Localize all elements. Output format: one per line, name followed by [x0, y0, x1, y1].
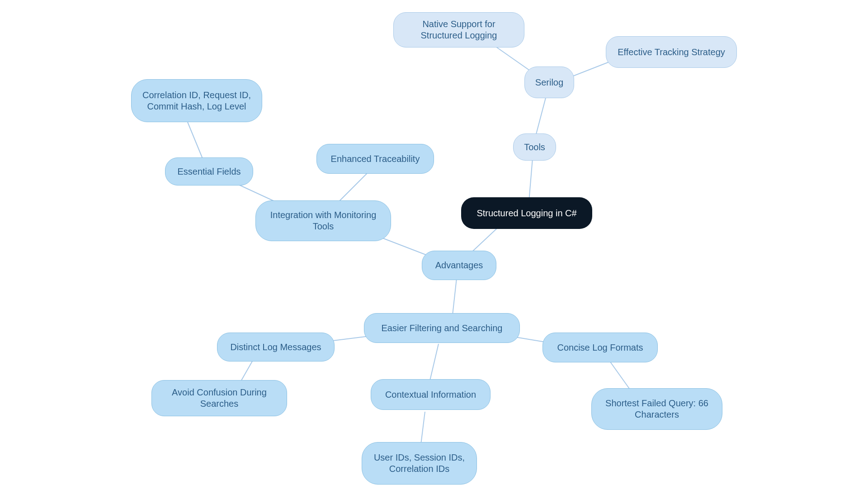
node-shortest-failed-label: Shortest Failed Query: 66 Characters: [600, 398, 714, 420]
node-native-support-label: Native Support for Structured Logging: [402, 19, 516, 41]
node-essential-fields-label: Essential Fields: [177, 166, 241, 177]
node-serilog-label: Serilog: [535, 77, 563, 88]
node-enhanced-traceability[interactable]: Enhanced Traceability: [316, 144, 434, 174]
node-user-ids[interactable]: User IDs, Session IDs, Correlation IDs: [362, 442, 477, 485]
node-integration-label: Integration with Monitoring Tools: [264, 209, 382, 232]
svg-line-8: [337, 172, 368, 204]
node-distinct-log[interactable]: Distinct Log Messages: [217, 333, 335, 362]
node-avoid-confusion-label: Avoid Confusion During Searches: [160, 387, 278, 409]
node-concise-formats[interactable]: Concise Log Formats: [542, 333, 658, 362]
node-root-label: Structured Logging in C#: [476, 208, 576, 219]
svg-line-0: [529, 158, 533, 201]
node-tools[interactable]: Tools: [513, 133, 556, 161]
node-distinct-log-label: Distinct Log Messages: [230, 342, 321, 353]
node-easier-filtering[interactable]: Easier Filtering and Searching: [364, 313, 520, 343]
node-avoid-confusion[interactable]: Avoid Confusion During Searches: [151, 380, 287, 416]
node-essential-fields[interactable]: Essential Fields: [165, 157, 253, 186]
node-user-ids-label: User IDs, Session IDs, Correlation IDs: [370, 452, 468, 475]
node-correlation-fields[interactable]: Correlation ID, Request ID, Commit Hash,…: [131, 79, 262, 122]
node-integration[interactable]: Integration with Monitoring Tools: [255, 200, 391, 241]
node-shortest-failed[interactable]: Shortest Failed Query: 66 Characters: [591, 388, 722, 430]
node-easier-filtering-label: Easier Filtering and Searching: [382, 323, 503, 334]
node-contextual-info-label: Contextual Information: [385, 389, 476, 400]
svg-line-12: [429, 344, 439, 382]
node-advantages-label: Advantages: [435, 260, 483, 271]
node-correlation-fields-label: Correlation ID, Request ID, Commit Hash,…: [140, 90, 254, 112]
edges-layer: [0, 0, 868, 490]
node-effective-tracking-label: Effective Tracking Strategy: [618, 47, 725, 58]
node-native-support[interactable]: Native Support for Structured Logging: [393, 12, 524, 48]
node-advantages[interactable]: Advantages: [422, 251, 496, 280]
mindmap-canvas: Structured Logging in C# Tools Serilog N…: [0, 0, 868, 490]
node-effective-tracking[interactable]: Effective Tracking Strategy: [606, 36, 737, 68]
node-serilog[interactable]: Serilog: [524, 67, 574, 98]
node-tools-label: Tools: [524, 142, 545, 153]
svg-line-1: [536, 93, 547, 136]
node-contextual-info[interactable]: Contextual Information: [371, 379, 491, 410]
node-enhanced-traceability-label: Enhanced Traceability: [331, 153, 420, 165]
svg-line-7: [188, 122, 203, 161]
node-root[interactable]: Structured Logging in C#: [461, 197, 592, 229]
node-concise-formats-label: Concise Log Formats: [557, 342, 643, 353]
